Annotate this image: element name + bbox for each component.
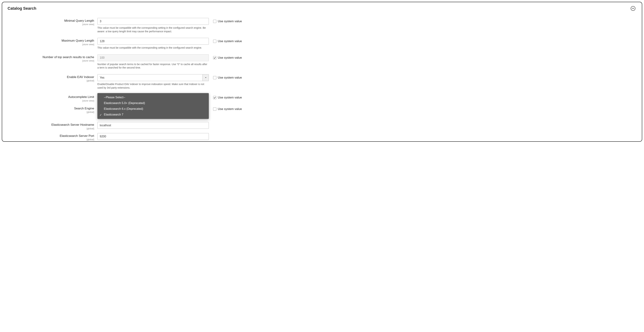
system-col: Use system value	[209, 106, 242, 113]
label-col: Elasticsearch Server Hostname [global]	[8, 122, 98, 130]
help-text: This value must be compatible with the c…	[98, 46, 209, 50]
system-col: Use system value	[209, 74, 242, 81]
use-system-label: Use system value	[218, 76, 242, 79]
use-system-checkbox[interactable]	[213, 56, 216, 59]
system-col: Use system value	[209, 38, 242, 45]
row-es-port: Elasticsearch Server Port [global]	[8, 133, 636, 141]
use-system-label: Use system value	[218, 96, 242, 99]
es-hostname-input[interactable]	[98, 122, 209, 129]
field-label: Search Engine	[8, 107, 94, 110]
dropdown-option-placeholder[interactable]: --Please Select--	[98, 95, 209, 100]
input-col: --Please Select-- Elasticsearch 5.0+ (De…	[98, 94, 209, 101]
use-system-checkbox[interactable]	[213, 20, 216, 23]
row-autocomplete-limit: Autocomplete Limit [store view] --Please…	[8, 94, 636, 102]
collapse-toggle-icon[interactable]	[631, 6, 636, 11]
use-system-checkbox[interactable]	[213, 76, 216, 79]
field-label: Minimal Query Length	[8, 19, 94, 23]
scope-label: [store view]	[8, 23, 94, 26]
use-system-label: Use system value	[218, 107, 242, 111]
select-value: Yes	[98, 74, 202, 81]
row-cache-results: Number of top search results to cache [s…	[8, 54, 636, 70]
panel-header: Catalog Search	[8, 6, 636, 11]
use-system-label: Use system value	[218, 19, 242, 23]
field-label: Elasticsearch Server Port	[8, 134, 94, 138]
label-col: Maximum Query Length [store view]	[8, 38, 98, 46]
input-col	[98, 133, 209, 140]
dropdown-option-es6[interactable]: Elasticsearch 6.x (Deprecated)	[98, 106, 209, 112]
use-system-checkbox[interactable]	[213, 96, 216, 99]
scope-label: [global]	[8, 79, 94, 82]
field-label: Elasticsearch Server Hostname	[8, 123, 94, 127]
help-text: This value must be compatible with the c…	[98, 26, 209, 33]
scope-label: [global]	[8, 138, 94, 141]
eav-indexer-select[interactable]: Yes	[98, 74, 209, 81]
label-col: Search Engine [global]	[8, 106, 98, 113]
system-col: Use system value	[209, 54, 242, 61]
row-eav-indexer: Enable EAV Indexer [global] Yes Enable/D…	[8, 74, 636, 90]
help-text: Number of popular search terms to be cac…	[98, 63, 209, 70]
scope-label: [store view]	[8, 99, 94, 102]
label-col: Enable EAV Indexer [global]	[8, 74, 98, 82]
scope-label: [global]	[8, 127, 94, 130]
use-system-checkbox[interactable]	[213, 107, 216, 111]
row-es-hostname: Elasticsearch Server Hostname [global]	[8, 122, 636, 130]
label-col: Minimal Query Length [store view]	[8, 18, 98, 26]
scope-label: [store view]	[8, 59, 94, 62]
use-system-label: Use system value	[218, 56, 242, 60]
label-col: Elasticsearch Server Port [global]	[8, 133, 98, 141]
min-query-input[interactable]	[98, 18, 209, 25]
scope-label: [store view]	[8, 43, 94, 46]
input-col: This value must be compatible with the c…	[98, 18, 209, 33]
help-text: Enable/Disable Product EAV indexer to im…	[98, 83, 209, 90]
check-icon: ✓	[100, 113, 102, 117]
search-engine-dropdown: --Please Select-- Elasticsearch 5.0+ (De…	[98, 93, 209, 119]
form-rows: Minimal Query Length [store view] This v…	[8, 18, 636, 142]
input-col: This value must be compatible with the c…	[98, 38, 209, 50]
max-query-input[interactable]	[98, 38, 209, 45]
input-col	[98, 122, 209, 129]
catalog-search-panel: Catalog Search Minimal Query Length [sto…	[2, 2, 642, 142]
cache-results-input	[98, 54, 209, 61]
input-col: Yes Enable/Disable Product EAV indexer t…	[98, 74, 209, 90]
use-system-checkbox[interactable]	[213, 40, 216, 43]
field-label: Maximum Query Length	[8, 39, 94, 42]
system-col: Use system value	[209, 18, 242, 25]
system-col: Use system value	[209, 94, 242, 101]
label-col: Number of top search results to cache [s…	[8, 54, 98, 62]
row-min-query: Minimal Query Length [store view] This v…	[8, 18, 636, 33]
row-max-query: Maximum Query Length [store view] This v…	[8, 38, 636, 50]
field-label: Number of top search results to cache	[8, 55, 94, 59]
dropdown-option-es7[interactable]: ✓ Elasticsearch 7	[98, 112, 209, 118]
panel-title: Catalog Search	[8, 6, 36, 11]
es-port-input[interactable]	[98, 133, 209, 140]
scope-label: [global]	[8, 111, 94, 113]
input-col: Number of popular search terms to be cac…	[98, 54, 209, 70]
field-label: Autocomplete Limit	[8, 95, 94, 99]
dropdown-option-es5[interactable]: Elasticsearch 5.0+ (Deprecated)	[98, 100, 209, 106]
field-label: Enable EAV Indexer	[8, 75, 94, 79]
chevron-down-icon	[202, 74, 208, 81]
label-col: Autocomplete Limit [store view]	[8, 94, 98, 102]
use-system-label: Use system value	[218, 39, 242, 43]
